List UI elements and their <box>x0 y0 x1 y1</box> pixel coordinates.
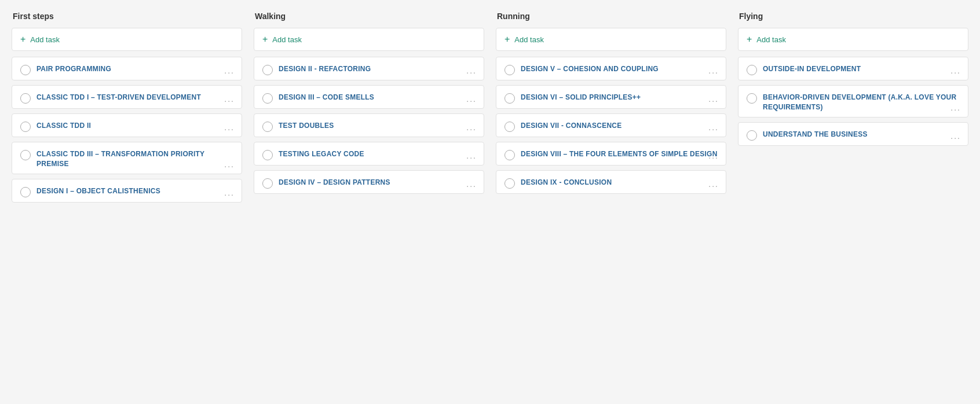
task-title: DESIGN II - REFACTORING <box>279 64 371 74</box>
task-card: DESIGN IV – DESIGN PATTERNS... <box>254 170 484 194</box>
task-checkbox[interactable] <box>262 122 273 132</box>
task-card: TEST DOUBLES... <box>254 113 484 137</box>
task-card: PAIR PROGRAMMING... <box>12 57 242 80</box>
add-task-label: Add task <box>514 35 544 44</box>
task-menu-button[interactable]: ... <box>466 123 477 132</box>
task-menu-button[interactable]: ... <box>708 94 719 104</box>
task-checkbox[interactable] <box>262 150 273 160</box>
task-checkbox[interactable] <box>504 65 515 75</box>
task-title: TESTING LEGACY CODE <box>279 149 364 159</box>
task-card: DESIGN VI – SOLID PRINCIPLES++... <box>496 85 726 109</box>
column-flying: Flying+Add taskOUTSIDE-IN DEVELOPMENT...… <box>738 12 968 150</box>
task-title: CLASSIC TDD III – TRANSFORMATION PRIORIT… <box>36 149 233 169</box>
task-title: DESIGN III – CODE SMELLS <box>279 93 374 102</box>
plus-icon: + <box>20 34 25 45</box>
task-menu-button[interactable]: ... <box>708 123 719 132</box>
task-card: DESIGN IX - CONCLUSION... <box>496 170 726 194</box>
task-title: TEST DOUBLES <box>279 121 334 131</box>
task-menu-button[interactable]: ... <box>708 66 719 75</box>
column-title-running: Running <box>496 12 726 21</box>
task-checkbox[interactable] <box>504 93 515 104</box>
task-title: DESIGN VI – SOLID PRINCIPLES++ <box>521 93 641 102</box>
task-menu-button[interactable]: ... <box>950 66 961 75</box>
task-title: DESIGN VII - CONNASCENCE <box>521 121 621 131</box>
task-card: DESIGN VIII – THE FOUR ELEMENTS OF SIMPL… <box>496 142 726 166</box>
task-menu-button[interactable]: ... <box>950 131 961 141</box>
task-card: CLASSIC TDD I – TEST-DRIVEN DEVELOPMENT.… <box>12 85 242 109</box>
task-menu-button[interactable]: ... <box>466 94 477 104</box>
task-title: DESIGN IX - CONCLUSION <box>521 178 612 188</box>
task-title: UNDERSTAND THE BUSINESS <box>763 130 868 139</box>
task-menu-button[interactable]: ... <box>466 66 477 75</box>
task-checkbox[interactable] <box>20 65 31 75</box>
task-checkbox[interactable] <box>747 93 757 104</box>
column-first-steps: First steps+Add taskPAIR PROGRAMMING...C… <box>12 12 242 207</box>
plus-icon: + <box>262 34 268 45</box>
task-menu-button[interactable]: ... <box>708 151 719 160</box>
plus-icon: + <box>504 34 510 45</box>
task-card: OUTSIDE-IN DEVELOPMENT... <box>738 57 968 80</box>
task-card: CLASSIC TDD II... <box>12 113 242 137</box>
task-title: DESIGN IV – DESIGN PATTERNS <box>279 178 390 188</box>
task-title: DESIGN VIII – THE FOUR ELEMENTS OF SIMPL… <box>521 149 718 159</box>
add-task-button-running[interactable]: +Add task <box>496 28 726 51</box>
add-task-label: Add task <box>272 35 302 44</box>
kanban-board: First steps+Add taskPAIR PROGRAMMING...C… <box>12 12 968 207</box>
column-title-first-steps: First steps <box>12 12 242 21</box>
task-card: DESIGN VII - CONNASCENCE... <box>496 113 726 137</box>
task-card: DESIGN III – CODE SMELLS... <box>254 85 484 109</box>
task-checkbox[interactable] <box>20 122 31 132</box>
task-menu-button[interactable]: ... <box>224 188 235 197</box>
task-title: DESIGN I – OBJECT CALISTHENICS <box>36 186 160 196</box>
task-menu-button[interactable]: ... <box>950 103 961 112</box>
task-card: DESIGN V – COHESION AND COUPLING... <box>496 57 726 80</box>
column-running: Running+Add taskDESIGN V – COHESION AND … <box>496 12 726 199</box>
task-title: CLASSIC TDD I – TEST-DRIVEN DEVELOPMENT <box>36 93 201 102</box>
task-menu-button[interactable]: ... <box>466 151 477 160</box>
task-checkbox[interactable] <box>747 130 757 141</box>
task-card: DESIGN I – OBJECT CALISTHENICS... <box>12 179 242 203</box>
task-card: UNDERSTAND THE BUSINESS... <box>738 122 968 146</box>
task-title: OUTSIDE-IN DEVELOPMENT <box>763 64 861 74</box>
task-checkbox[interactable] <box>20 150 31 160</box>
column-title-flying: Flying <box>738 12 968 21</box>
task-checkbox[interactable] <box>262 178 273 189</box>
add-task-label: Add task <box>756 35 786 44</box>
add-task-button-walking[interactable]: +Add task <box>254 28 484 51</box>
plus-icon: + <box>747 34 752 45</box>
task-title: PAIR PROGRAMMING <box>36 64 111 74</box>
task-checkbox[interactable] <box>747 65 757 75</box>
task-menu-button[interactable]: ... <box>708 179 719 189</box>
task-menu-button[interactable]: ... <box>466 179 477 189</box>
task-card: TESTING LEGACY CODE... <box>254 142 484 166</box>
task-checkbox[interactable] <box>504 178 515 189</box>
task-title: CLASSIC TDD II <box>36 121 91 131</box>
task-checkbox[interactable] <box>262 93 273 104</box>
add-task-button-flying[interactable]: +Add task <box>738 28 968 51</box>
column-title-walking: Walking <box>254 12 484 21</box>
column-walking: Walking+Add taskDESIGN II - REFACTORING.… <box>254 12 484 199</box>
task-menu-button[interactable]: ... <box>224 94 235 104</box>
task-checkbox[interactable] <box>20 93 31 104</box>
task-card: BEHAVIOR-DRIVEN DEVELOPMENT (A.K.A. LOVE… <box>738 85 968 117</box>
task-menu-button[interactable]: ... <box>224 66 235 75</box>
task-checkbox[interactable] <box>504 150 515 160</box>
add-task-button-first-steps[interactable]: +Add task <box>12 28 242 51</box>
add-task-label: Add task <box>30 35 60 44</box>
task-card: DESIGN II - REFACTORING... <box>254 57 484 80</box>
task-title: BEHAVIOR-DRIVEN DEVELOPMENT (A.K.A. LOVE… <box>763 93 960 112</box>
task-title: DESIGN V – COHESION AND COUPLING <box>521 64 659 74</box>
task-checkbox[interactable] <box>262 65 273 75</box>
task-menu-button[interactable]: ... <box>224 160 235 169</box>
task-checkbox[interactable] <box>504 122 515 132</box>
task-card: CLASSIC TDD III – TRANSFORMATION PRIORIT… <box>12 142 242 174</box>
task-menu-button[interactable]: ... <box>224 123 235 132</box>
task-checkbox[interactable] <box>20 187 31 197</box>
